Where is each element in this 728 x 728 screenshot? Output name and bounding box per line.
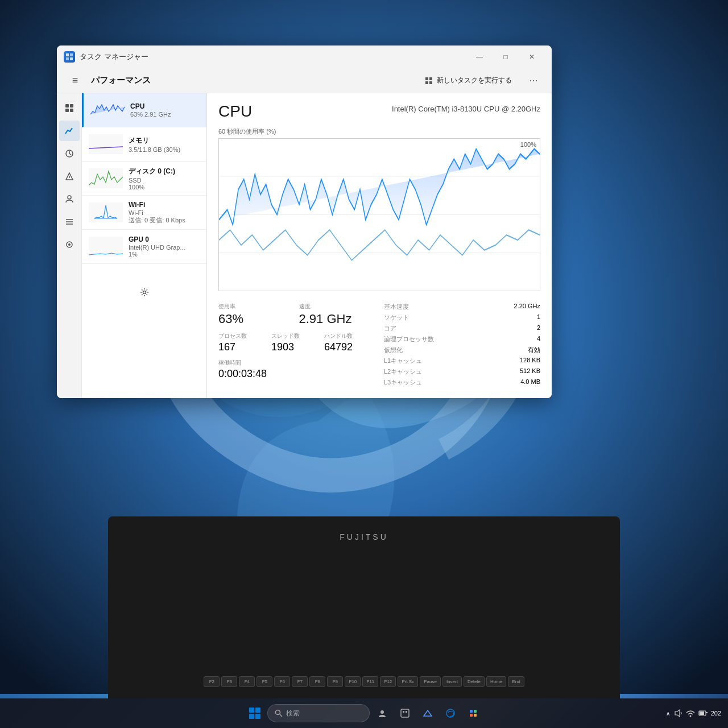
svg-rect-5 xyxy=(425,77,428,80)
stat-processes: プロセス数 167 xyxy=(218,332,269,353)
svg-rect-3 xyxy=(66,57,69,60)
stat-utilization: 使用率 63% xyxy=(218,303,295,326)
menu-button[interactable]: ≡ xyxy=(66,72,84,90)
section-title: パフォーマンス xyxy=(91,75,416,86)
key-f8: F8 xyxy=(309,676,325,687)
svg-point-16 xyxy=(68,196,71,199)
svg-point-21 xyxy=(68,243,71,246)
nav-icon-details[interactable] xyxy=(59,212,80,232)
l1-label: L1キャッシュ xyxy=(384,357,422,365)
wifi-detail: Wi-Fi送信: 0 受信: 0 Kbps xyxy=(129,209,200,225)
l2-value: 512 KB xyxy=(520,367,540,376)
nav-icon-performance[interactable] xyxy=(59,121,80,141)
nav-icon-processes[interactable] xyxy=(59,98,80,118)
resource-item-gpu[interactable]: GPU 0 Intel(R) UHD Grap...1% xyxy=(82,230,206,264)
resource-item-cpu[interactable]: CPU 63% 2.91 GHz xyxy=(82,93,206,127)
taskbar: 検索 ∧ 202 xyxy=(0,698,728,728)
nav-icon-users[interactable] xyxy=(59,189,80,209)
wifi-icon xyxy=(686,709,695,718)
svg-point-29 xyxy=(143,291,146,294)
titlebar: タスク マネージャー — □ ✕ xyxy=(57,46,552,68)
svg-rect-25 xyxy=(89,168,123,188)
speed-value: 2.91 GHz xyxy=(299,312,375,326)
settings-area xyxy=(82,264,206,309)
keyboard-keys: F2 F3 F4 F5 F6 F7 F8 F9 F10 F11 F12 Prt … xyxy=(136,676,592,687)
graph-label: 60 秒間の使用率 (%) xyxy=(218,127,540,136)
nav-icon-startup[interactable] xyxy=(59,166,80,187)
cpu-main-panel: CPU Intel(R) Core(TM) i3-8130U CPU @ 2.2… xyxy=(207,93,552,398)
key-insert: Insert xyxy=(442,676,462,687)
disk-detail: SSD100% xyxy=(129,177,200,191)
key-end: End xyxy=(508,676,524,687)
nav-icon-history[interactable] xyxy=(59,143,80,164)
new-task-icon xyxy=(424,76,433,85)
start-button[interactable] xyxy=(245,703,265,723)
key-prtsc: Prt Sc xyxy=(398,676,418,687)
svg-rect-11 xyxy=(65,109,69,112)
key-f5: F5 xyxy=(257,676,272,687)
cpu-left-stats: 使用率 63% 速度 2.91 GHz プロセス数 xyxy=(218,303,375,389)
maximize-button[interactable]: □ xyxy=(493,48,519,66)
cpu-panel-title: CPU xyxy=(218,102,252,121)
wifi-info: Wi-Fi Wi-Fi送信: 0 受信: 0 Kbps xyxy=(129,201,200,225)
resource-item-wifi[interactable]: Wi-Fi Wi-Fi送信: 0 受信: 0 Kbps xyxy=(82,196,206,230)
svg-point-39 xyxy=(380,710,384,714)
memory-name: メモリ xyxy=(129,136,200,146)
taskbar-search[interactable]: 検索 xyxy=(267,704,370,722)
search-icon xyxy=(275,709,283,717)
new-task-button[interactable]: 新しいタスクを実行する xyxy=(416,72,520,89)
svg-rect-12 xyxy=(70,109,73,112)
stat-threads: スレッド数 1903 xyxy=(271,332,322,353)
app-toolbar: ≡ パフォーマンス 新しいタスクを実行する ··· xyxy=(57,68,552,93)
uptime-value: 0:00:03:48 xyxy=(218,368,375,380)
cpu-upper-graph-section: 60 秒間の使用率 (%) 100% xyxy=(218,127,540,291)
gpu-info: GPU 0 Intel(R) UHD Grap...1% xyxy=(129,235,200,258)
handles-value: 64792 xyxy=(324,341,375,353)
nav-icon-services[interactable] xyxy=(59,234,80,255)
cpu-mini-graph xyxy=(90,100,125,120)
taskbar-center: 検索 xyxy=(245,703,483,723)
right-stat-virtualization: 仮想化 有効 xyxy=(384,346,540,354)
battery-icon xyxy=(698,709,708,718)
svg-rect-34 xyxy=(255,708,260,713)
settings-button[interactable] xyxy=(134,282,155,303)
resource-item-disk[interactable]: ディスク 0 (C:) SSD100% xyxy=(82,162,206,196)
minimize-button[interactable]: — xyxy=(466,48,493,66)
svg-rect-35 xyxy=(249,714,254,719)
key-pause: Pause xyxy=(420,676,441,687)
brand-label: FUJITSU xyxy=(340,532,388,541)
svg-marker-48 xyxy=(675,710,680,717)
stats-row-2: プロセス数 167 スレッド数 1903 ハンドル数 64792 xyxy=(218,332,375,353)
taskbar-icon-1[interactable] xyxy=(372,703,392,723)
stat-speed: 速度 2.91 GHz xyxy=(299,303,375,326)
svg-rect-23 xyxy=(89,134,123,154)
speed-label: 速度 xyxy=(299,303,375,311)
wifi-name: Wi-Fi xyxy=(129,201,200,209)
resource-list: CPU 63% 2.91 GHz メモリ 3.5/11.8 GB (30%) xyxy=(82,93,207,398)
taskbar-chevron[interactable]: ∧ xyxy=(666,710,670,717)
task-manager-window: タスク マネージャー — □ ✕ ≡ パフォーマンス 新しいタスクを実行する ·… xyxy=(57,46,552,398)
virtualization-value: 有効 xyxy=(528,346,540,354)
svg-rect-44 xyxy=(470,710,473,713)
taskbar-icon-store[interactable] xyxy=(463,703,483,723)
disk-mini-graph xyxy=(89,168,123,188)
taskbar-icon-3[interactable] xyxy=(417,703,438,723)
gpu-name: GPU 0 xyxy=(129,235,200,243)
resource-item-memory[interactable]: メモリ 3.5/11.8 GB (30%) xyxy=(82,127,206,162)
key-f7: F7 xyxy=(292,676,308,687)
sockets-label: ソケット xyxy=(384,313,409,322)
svg-rect-33 xyxy=(249,708,254,713)
cpu-stats-section: 使用率 63% 速度 2.91 GHz プロセス数 xyxy=(218,303,540,389)
gpu-detail: Intel(R) UHD Grap...1% xyxy=(129,244,200,258)
close-button[interactable]: ✕ xyxy=(519,48,545,66)
taskbar-icon-edge[interactable] xyxy=(440,703,461,723)
taskbar-icon-2[interactable] xyxy=(395,703,415,723)
memory-mini-graph xyxy=(89,134,123,154)
l3-label: L3キャッシュ xyxy=(384,378,422,387)
svg-rect-42 xyxy=(406,711,407,713)
memory-info: メモリ 3.5/11.8 GB (30%) xyxy=(129,136,200,153)
key-f10: F10 xyxy=(345,676,361,687)
svg-rect-1 xyxy=(66,53,69,56)
more-options-button[interactable]: ··· xyxy=(524,72,543,90)
logical-label: 論理プロセッサ数 xyxy=(384,335,434,344)
